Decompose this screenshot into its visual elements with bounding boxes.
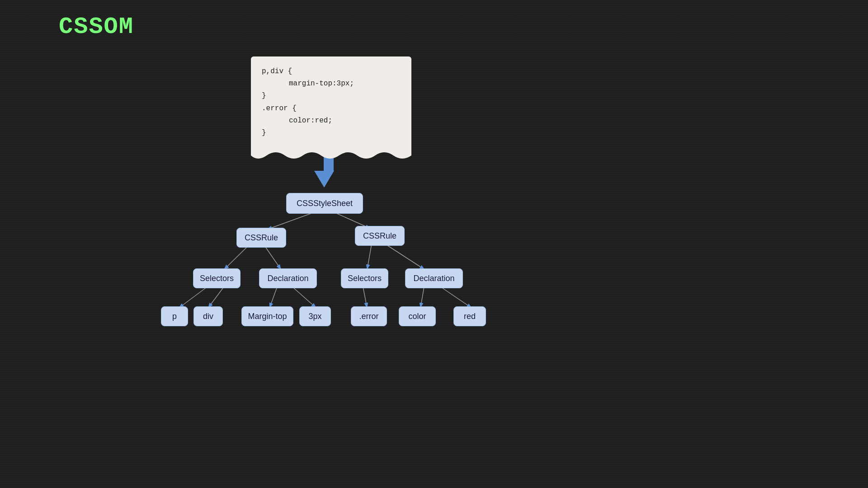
node-declaration-1: Declaration (259, 268, 317, 288)
code-line-1: p,div { (262, 66, 401, 78)
code-line-4: .error { (262, 103, 401, 115)
page-title: CSSOM (59, 14, 134, 40)
code-line-3: } (262, 90, 401, 102)
node-css-rule-1: CSSRule (236, 228, 286, 248)
node-declaration-2: Declaration (405, 268, 463, 288)
svg-marker-11 (314, 171, 334, 188)
svg-line-12 (267, 211, 316, 230)
node-selectors-2: Selectors (341, 268, 388, 288)
code-line-6: } (262, 127, 401, 139)
svg-rect-0 (0, 0, 868, 488)
svg-rect-9 (0, 0, 868, 488)
svg-line-14 (224, 246, 248, 270)
svg-line-16 (367, 244, 372, 270)
svg-line-22 (363, 287, 367, 308)
node-selectors-1: Selectors (193, 268, 241, 288)
node-css-rule-2: CSSRule (355, 226, 405, 246)
node-css-stylesheet: CSSStyleSheet (286, 193, 363, 214)
node-error: .error (351, 306, 387, 326)
svg-line-21 (292, 287, 316, 308)
node-div: div (193, 306, 223, 326)
svg-line-17 (385, 244, 425, 270)
svg-line-19 (208, 287, 224, 308)
svg-line-15 (265, 246, 281, 270)
node-red: red (453, 306, 486, 326)
svg-line-23 (420, 287, 424, 308)
svg-line-18 (179, 287, 207, 308)
node-3px: 3px (299, 306, 331, 326)
code-line-5: color:red; (262, 115, 401, 127)
code-line-2: margin-top:3px; (262, 78, 401, 90)
svg-line-24 (441, 287, 472, 308)
svg-line-20 (269, 287, 277, 308)
node-p: p (161, 306, 188, 326)
node-margin-top: Margin-top (241, 306, 293, 326)
node-color: color (399, 306, 436, 326)
code-box: p,div { margin-top:3px; } .error { color… (251, 56, 411, 152)
